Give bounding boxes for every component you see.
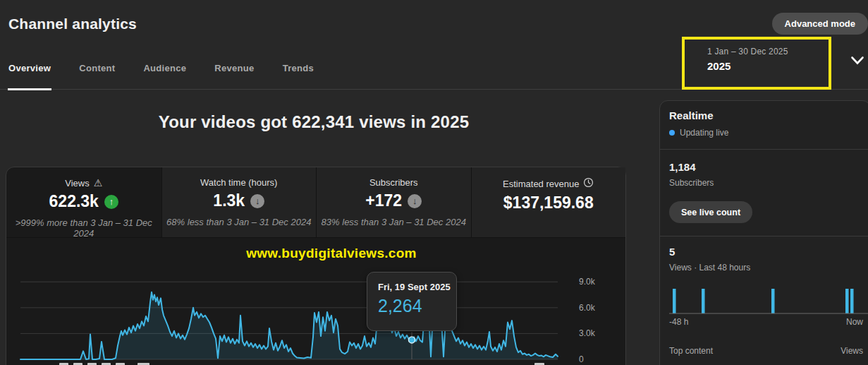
advanced-mode-button[interactable]: Advanced mode (772, 13, 868, 35)
metric-comparison: 83% less than 3 Jan – 31 Dec 2024 (317, 217, 471, 227)
divider (660, 236, 868, 237)
views-area-chart[interactable] (6, 273, 627, 365)
metric-label: Subscribers (369, 177, 418, 188)
trend-up-icon (104, 195, 118, 209)
views-headline: Your videos got 622,341 views in 2025 (0, 112, 628, 132)
metric-label: Views (65, 178, 89, 189)
metric-value: 622.3k (49, 192, 99, 211)
realtime-subscribers-label: Subscribers (669, 178, 714, 188)
analytics-tabbar: Overview Content Audience Revenue Trends (8, 63, 314, 90)
realtime-bar-chart[interactable] (660, 281, 868, 316)
date-range-picker[interactable]: 1 Jan – 30 Dec 2025 2025 (682, 37, 831, 90)
date-range-text: 1 Jan – 30 Dec 2025 (707, 47, 829, 56)
watermark-text: www.buydigitalviews.com (21, 246, 642, 261)
y-axis-tick: 9.0k (579, 277, 614, 287)
see-live-count-button[interactable]: See live count (669, 201, 752, 223)
metric-comparison: >999% more than 3 Jan – 31 Dec 2024 (6, 217, 161, 239)
highlighted-data-point (409, 337, 415, 343)
y-axis-tick: 6.0k (579, 303, 614, 313)
analytics-summary-card: Views 622.3k >999% more than 3 Jan – 31 … (6, 167, 626, 365)
metric-value: 1.3k (213, 191, 245, 210)
realtime-views-count: 5 (669, 246, 675, 258)
metric-value: $137,159.68 (503, 193, 594, 213)
views-column-label: Views (841, 346, 863, 356)
realtime-status: Updating live (680, 128, 728, 138)
tab-overview[interactable]: Overview (8, 63, 51, 90)
live-dot-icon (669, 130, 675, 136)
trend-down-icon (408, 194, 422, 208)
metric-cell-watch-time[interactable]: Watch time (hours) 1.3k 68% less than 3 … (161, 167, 317, 237)
date-year-text: 2025 (707, 60, 829, 72)
page-title: Channel analytics (8, 16, 137, 32)
metric-cell-subscribers[interactable]: Subscribers +172 83% less than 3 Jan – 3… (316, 167, 471, 237)
metric-comparison: 68% less than 3 Jan – 31 Dec 2024 (162, 217, 317, 227)
realtime-subscriber-count: 1,184 (669, 161, 696, 173)
chart-tooltip: Fri, 19 Sept 2025 2,264 (367, 272, 457, 331)
metric-label: Estimated revenue (503, 179, 579, 189)
metric-value: +172 (365, 191, 402, 210)
realtime-panel: Realtime Updating live 1,184 Subscribers… (659, 100, 868, 365)
clock-icon (583, 177, 594, 190)
metric-cell-views[interactable]: Views 622.3k >999% more than 3 Jan – 31 … (6, 167, 161, 237)
tooltip-date: Fri, 19 Sept 2025 (378, 282, 456, 292)
metric-cell-estimated-revenue[interactable]: Estimated revenue $137,159.68 (471, 167, 626, 237)
metric-label: Watch time (hours) (200, 177, 277, 188)
chevron-down-icon[interactable] (850, 56, 864, 68)
y-axis-tick: 0 (579, 354, 614, 364)
y-axis-tick: 3.0k (579, 328, 614, 338)
realtime-title: Realtime (669, 109, 714, 121)
tab-revenue[interactable]: Revenue (214, 63, 254, 90)
realtime-axis-start: -48 h (669, 317, 688, 327)
tab-trends[interactable]: Trends (283, 63, 314, 90)
tab-content[interactable]: Content (79, 63, 115, 90)
realtime-views-label: Views · Last 48 hours (669, 263, 750, 273)
top-content-label[interactable]: Top content (669, 346, 713, 356)
tab-audience[interactable]: Audience (143, 63, 186, 90)
tooltip-value: 2,264 (378, 296, 456, 316)
divider (660, 149, 868, 150)
realtime-axis-end: Now (846, 317, 863, 327)
trend-down-icon (250, 194, 264, 208)
metrics-row: Views 622.3k >999% more than 3 Jan – 31 … (6, 167, 625, 238)
warning-icon (94, 177, 103, 189)
